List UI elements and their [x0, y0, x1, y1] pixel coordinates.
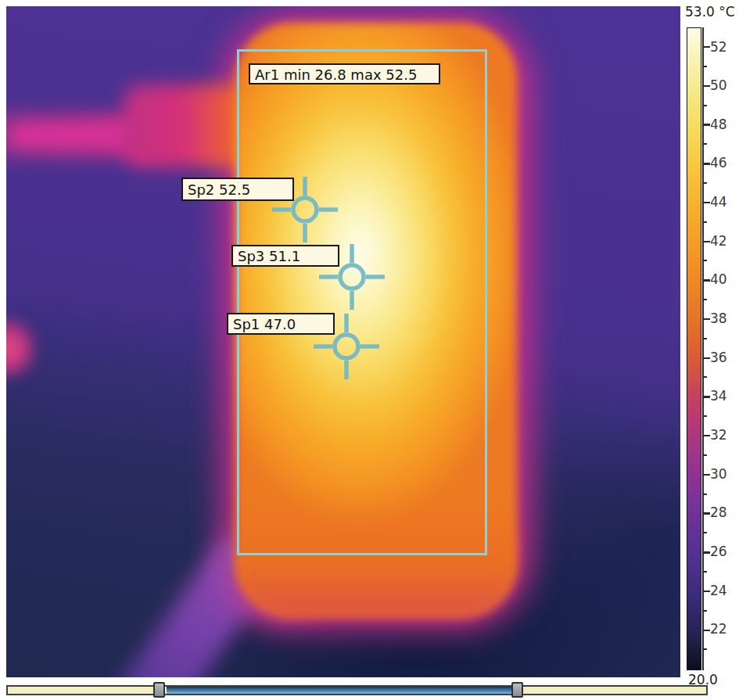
- scale-tick-label: 34: [710, 388, 737, 404]
- scale-max-temp-label: 53.0 °C: [685, 4, 735, 20]
- scale-major-ticks: [704, 46, 710, 634]
- flir-thermal-analysis-view: Ar1 min 26.8 max 52.5 Sp2 52.5 Sp3 51.1 …: [0, 0, 739, 700]
- edge-heat-spot: [6, 315, 39, 382]
- thermal-image-canvas[interactable]: Ar1 min 26.8 max 52.5 Sp2 52.5 Sp3 51.1 …: [6, 6, 680, 677]
- sp2-result-text: Sp2 52.5: [188, 181, 250, 198]
- scale-tick-label: 42: [710, 232, 737, 249]
- span-slider-selected-range[interactable]: [167, 687, 514, 694]
- span-slider-right-handle[interactable]: [511, 682, 523, 698]
- temperature-color-scale[interactable]: [687, 27, 701, 670]
- sp2-result-label[interactable]: Sp2 52.5: [181, 178, 294, 201]
- scale-tick-label: 50: [710, 77, 737, 94]
- sp3-result-text: Sp3 51.1: [238, 248, 300, 264]
- scale-tick-labels: 52 50 48 46 44 42 40 38 36 34 32 30 28 2…: [710, 38, 737, 637]
- span-slider-left-handle[interactable]: [153, 682, 165, 698]
- sp3-result-label[interactable]: Sp3 51.1: [231, 245, 339, 267]
- scale-tick-label: 44: [710, 194, 737, 210]
- scale-tick-label: 48: [710, 116, 737, 132]
- sp1-result-text: Sp1 47.0: [233, 316, 296, 332]
- scale-tick-label: 52: [710, 38, 737, 55]
- scale-tick-label: 36: [710, 349, 737, 365]
- scale-tick-label: 46: [710, 155, 737, 171]
- ar1-result-label[interactable]: Ar1 min 26.8 max 52.5: [249, 63, 440, 84]
- scale-tick-label: 24: [710, 582, 737, 598]
- scale-tick-label: 30: [710, 465, 737, 482]
- scale-tick-label: 22: [710, 621, 737, 637]
- sp1-result-label[interactable]: Sp1 47.0: [227, 313, 335, 335]
- ar1-result-text: Ar1 min 26.8 max 52.5: [255, 66, 417, 83]
- scale-tick-label: 40: [710, 271, 737, 288]
- scale-tick-label: 26: [710, 544, 737, 560]
- scale-tick-label: 28: [710, 504, 737, 521]
- scale-tick-label: 32: [710, 427, 737, 443]
- scale-tick-label: 38: [710, 311, 737, 327]
- cable-heat-core: [11, 125, 136, 145]
